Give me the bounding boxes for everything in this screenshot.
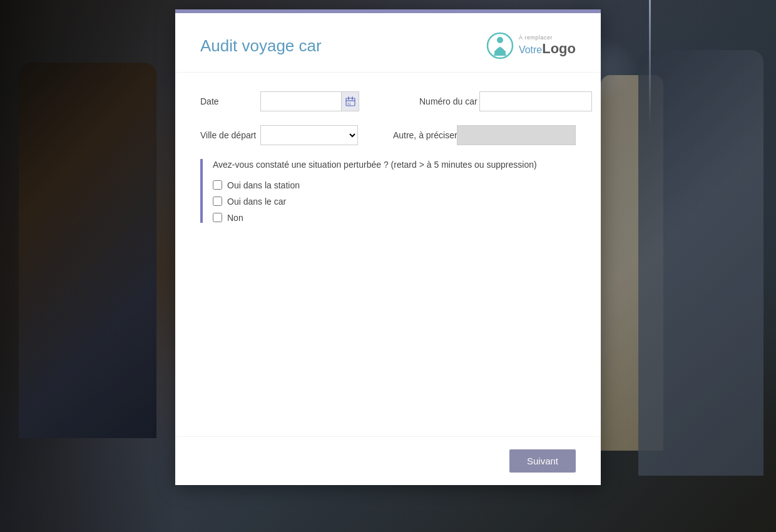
non-label[interactable]: Non xyxy=(227,213,243,223)
modal-header: Audit voyage car À remplacer VotreLogo xyxy=(175,13,601,73)
svg-text:31: 31 xyxy=(347,102,351,106)
checkbox-oui-station: Oui dans la station xyxy=(213,180,576,190)
calendar-icon[interactable]: 31 xyxy=(342,91,359,111)
logo-text-area: À remplacer VotreLogo xyxy=(519,34,576,57)
page-title: Audit voyage car xyxy=(200,36,322,56)
date-input[interactable] xyxy=(260,91,342,111)
non-checkbox[interactable] xyxy=(213,213,222,222)
oui-station-label[interactable]: Oui dans la station xyxy=(227,180,300,190)
logo-name: VotreLogo xyxy=(519,41,576,57)
question-section: Avez-vous constaté une situation perturb… xyxy=(200,159,576,223)
numero-label: Numéro du car xyxy=(419,96,469,106)
ville-select[interactable] xyxy=(260,125,358,145)
logo-icon xyxy=(486,32,514,59)
modal-body: Date 31 Numéro du car Ville de départ xyxy=(175,73,601,436)
autre-label: Autre, à préciser... xyxy=(393,130,447,140)
ville-autre-row: Ville de départ Autre, à préciser... xyxy=(200,125,576,145)
checkbox-oui-car: Oui dans le car xyxy=(213,197,576,207)
oui-car-label[interactable]: Oui dans le car xyxy=(227,197,286,207)
logo-logo-text: Logo xyxy=(542,41,576,56)
date-input-wrapper: 31 xyxy=(260,91,359,111)
svg-point-1 xyxy=(497,37,503,43)
suivant-button[interactable]: Suivant xyxy=(509,449,576,473)
audit-form-modal: Audit voyage car À remplacer VotreLogo D… xyxy=(175,9,601,485)
question-text: Avez-vous constaté une situation perturb… xyxy=(213,159,576,171)
checkbox-non: Non xyxy=(213,213,576,223)
numero-input[interactable] xyxy=(479,91,592,111)
logo-remplacer-label: À remplacer xyxy=(519,34,553,41)
ville-label: Ville de départ xyxy=(200,130,250,140)
logo-votre-text: Votre xyxy=(519,44,542,55)
logo-area: À remplacer VotreLogo xyxy=(486,32,576,59)
oui-car-checkbox[interactable] xyxy=(213,197,222,206)
modal-footer: Suivant xyxy=(175,436,601,485)
date-label: Date xyxy=(200,96,250,106)
oui-station-checkbox[interactable] xyxy=(213,180,222,190)
date-numero-row: Date 31 Numéro du car xyxy=(200,91,576,111)
autre-input[interactable] xyxy=(457,125,576,145)
